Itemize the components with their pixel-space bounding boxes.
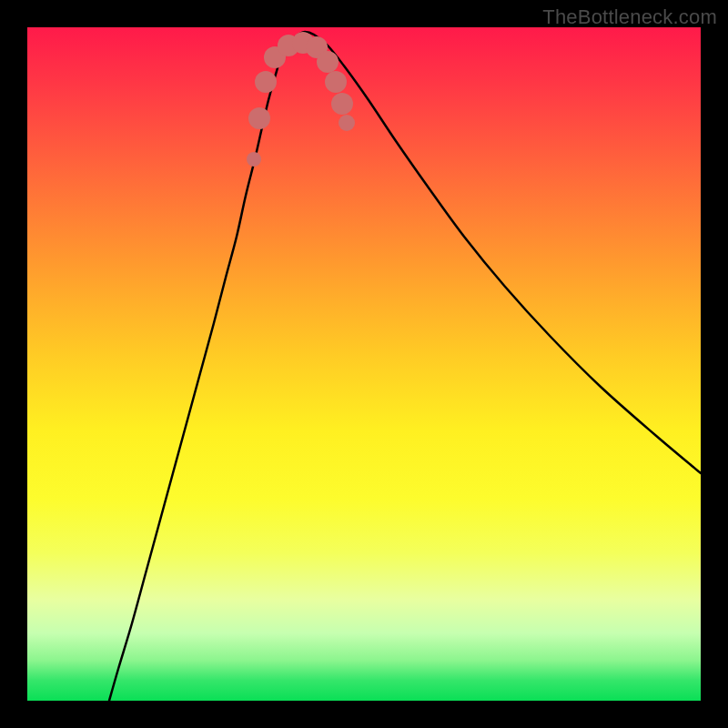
highlight-dot bbox=[331, 93, 353, 115]
watermark-text: TheBottleneck.com bbox=[542, 5, 717, 29]
highlight-dot bbox=[247, 152, 261, 167]
bottleneck-curve-path bbox=[109, 32, 701, 701]
highlight-dot bbox=[339, 115, 355, 131]
curve-layer bbox=[27, 27, 701, 701]
highlight-dots-group bbox=[247, 32, 355, 167]
highlight-dot bbox=[325, 71, 347, 93]
highlight-dot bbox=[255, 71, 277, 93]
highlight-dot bbox=[248, 107, 270, 129]
plot-area bbox=[27, 27, 701, 701]
highlight-dot bbox=[317, 51, 339, 73]
chart-frame: TheBottleneck.com bbox=[0, 0, 728, 728]
